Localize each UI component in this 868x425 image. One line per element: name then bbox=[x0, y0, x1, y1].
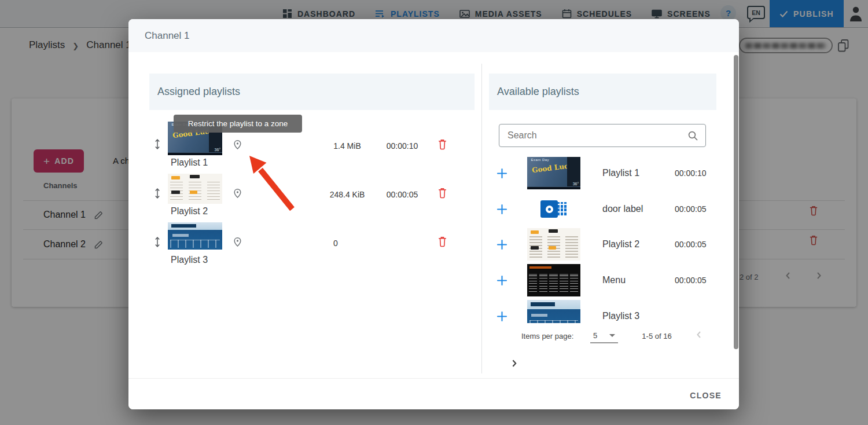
thumb-accent bbox=[171, 190, 180, 194]
next-page-icon[interactable] bbox=[509, 358, 519, 368]
dialog-footer: CLOSE bbox=[128, 378, 739, 409]
assigned-playlist-name: Playlist 1 bbox=[171, 157, 208, 168]
thumb-bar bbox=[531, 302, 555, 306]
playlist-thumbnail bbox=[527, 193, 580, 225]
available-playlist-row: Exam Day Good Luck 36° Playlist 1 00:00:… bbox=[489, 155, 718, 191]
playlist-name: Playlist 2 bbox=[602, 239, 675, 250]
thumb-accent bbox=[190, 175, 200, 178]
zone-pin-icon[interactable] bbox=[233, 237, 242, 247]
available-playlists-list: Exam Day Good Luck 36° Playlist 1 00:00:… bbox=[489, 153, 718, 323]
playlist-name: door label bbox=[602, 204, 675, 214]
thumb-bar bbox=[171, 224, 196, 228]
assigned-thumbnail bbox=[168, 222, 222, 250]
thumb-accent bbox=[190, 190, 197, 194]
available-playlist-row: Playlist 2 00:00:05 bbox=[489, 226, 718, 262]
playlist-search bbox=[499, 124, 706, 147]
thumb-text-column bbox=[565, 236, 578, 258]
thumb-row bbox=[170, 240, 220, 248]
assigned-playlist-name: Playlist 2 bbox=[171, 206, 208, 217]
remove-playlist-icon[interactable] bbox=[437, 138, 447, 150]
thumb-caption: Exam Day bbox=[531, 158, 549, 162]
page-size-value: 5 bbox=[593, 331, 597, 340]
zone-pin-icon[interactable] bbox=[233, 188, 242, 199]
drag-handle-icon[interactable] bbox=[153, 187, 161, 200]
dialog-scrollbar[interactable] bbox=[734, 55, 738, 349]
playlist-size: 248.4 KiB bbox=[315, 190, 379, 199]
thumb-caption: 36° bbox=[573, 182, 579, 186]
thumb-accent bbox=[171, 176, 180, 179]
thumb-text-column bbox=[549, 274, 557, 293]
items-per-page-label: Items per page: bbox=[521, 332, 573, 340]
add-playlist-icon[interactable] bbox=[496, 274, 508, 287]
annotation-arrow bbox=[240, 151, 309, 223]
search-icon bbox=[687, 130, 698, 141]
assigned-playlists-header: Assigned playlists bbox=[149, 74, 475, 110]
remove-playlist-icon[interactable] bbox=[437, 236, 447, 247]
drag-handle-icon[interactable] bbox=[153, 236, 161, 248]
thumb-accent bbox=[549, 246, 556, 250]
close-button[interactable]: CLOSE bbox=[687, 387, 724, 404]
thumb-accent bbox=[531, 246, 539, 250]
drag-handle-icon[interactable] bbox=[153, 138, 161, 151]
playlist-thumbnail: Exam Day Good Luck 36° bbox=[527, 157, 580, 189]
playlist-name: Menu bbox=[602, 275, 675, 285]
thumb-accent bbox=[549, 229, 558, 233]
thumb-accent bbox=[531, 230, 539, 234]
thumb-text-column bbox=[539, 274, 547, 293]
add-playlist-icon[interactable] bbox=[496, 203, 508, 215]
zone-pin-icon[interactable] bbox=[233, 140, 242, 150]
thumb-bar bbox=[172, 234, 189, 237]
available-playlist-row: Menu 00:00:05 bbox=[489, 262, 718, 298]
playlist-thumbnail bbox=[527, 300, 580, 323]
assigned-playlist-name: Playlist 3 bbox=[171, 255, 208, 265]
prev-page-icon[interactable] bbox=[694, 330, 704, 339]
playlist-thumbnail bbox=[527, 228, 580, 261]
playlist-name: Playlist 1 bbox=[602, 168, 675, 178]
search-input[interactable] bbox=[499, 130, 687, 141]
thumb-text-column bbox=[529, 274, 537, 293]
playlist-duration: 00:00:10 bbox=[377, 141, 427, 151]
playlist-size: 0 bbox=[315, 239, 356, 248]
thumb-text-column bbox=[570, 274, 578, 293]
dialog-title: Channel 1 bbox=[128, 19, 739, 52]
page-size-select[interactable]: 5 bbox=[590, 329, 618, 343]
assigned-thumbnail bbox=[168, 174, 222, 204]
thumb-text-column bbox=[560, 274, 568, 293]
playlist-duration: 00:00:05 bbox=[675, 204, 707, 214]
thumb-ticker bbox=[168, 152, 222, 155]
playlist-duration: 00:00:05 bbox=[675, 276, 707, 285]
thumb-header bbox=[529, 266, 552, 269]
panel-divider bbox=[481, 64, 482, 373]
pagination-range-label: 1-5 of 16 bbox=[631, 332, 683, 340]
thumb-text-column bbox=[207, 182, 220, 201]
dropdown-caret-icon bbox=[609, 334, 615, 337]
remove-playlist-icon[interactable] bbox=[437, 187, 447, 199]
available-playlists-header: Available playlists bbox=[489, 74, 716, 110]
playlist-duration: 00:00:05 bbox=[377, 190, 427, 199]
thumb-bar bbox=[531, 314, 547, 317]
thumb-ticker bbox=[527, 186, 580, 189]
outlook-logo bbox=[540, 200, 558, 218]
playlist-size: 1.4 MiB bbox=[315, 141, 379, 151]
thumb-row bbox=[529, 320, 579, 323]
playlist-name: Playlist 3 bbox=[602, 311, 675, 321]
available-playlist-row: Playlist 3 bbox=[489, 298, 718, 323]
playlist-duration: 00:00:10 bbox=[675, 168, 707, 178]
add-playlist-icon[interactable] bbox=[496, 167, 508, 179]
add-playlist-icon[interactable] bbox=[496, 239, 508, 251]
playlist-duration: 00:00:05 bbox=[675, 240, 707, 249]
available-playlist-row: door label 00:00:05 bbox=[489, 191, 718, 227]
thumb-caption: 36° bbox=[215, 148, 221, 152]
channel-playlists-dialog: Channel 1 Assigned playlists Restrict th… bbox=[128, 19, 739, 409]
playlist-thumbnail bbox=[527, 264, 580, 296]
add-playlist-icon[interactable] bbox=[496, 310, 508, 323]
zone-tooltip: Restrict the playlist to a zone bbox=[174, 115, 302, 133]
